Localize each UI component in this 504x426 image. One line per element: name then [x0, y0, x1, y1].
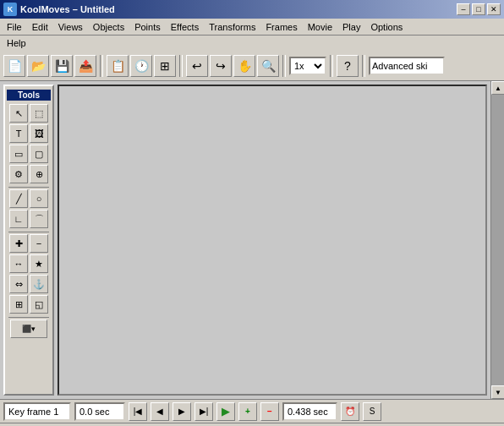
- menu-bar: FileEditViewsObjectsPointsEffectsTransfo…: [0, 19, 504, 36]
- prev-frame-button[interactable]: ◀: [151, 402, 169, 421]
- vertical-scrollbar[interactable]: ▲ ▼: [490, 81, 504, 399]
- redo-button[interactable]: ↪: [210, 55, 232, 77]
- menu-item-effects[interactable]: Effects: [166, 20, 204, 34]
- tool-row-1: ↖ ⬚: [9, 104, 48, 123]
- status-bar: Mouse: (-277, -298) Selection: (186.0, 3…: [0, 423, 504, 426]
- tool-row-5: ╱ ○: [9, 189, 48, 208]
- copy-button[interactable]: 📋: [107, 55, 129, 77]
- flip-h-tool[interactable]: ↔: [9, 254, 28, 273]
- pan-button[interactable]: ✋: [233, 55, 255, 77]
- view-button[interactable]: ⊞: [154, 55, 176, 77]
- tool-row-9: ⇔ ⚓: [9, 275, 48, 293]
- round-rect-tool[interactable]: ▢: [30, 145, 48, 163]
- main-area: Tools ↖ ⬚ T 🖼 ▭ ▢ ⚙ ⊕ ╱ ○ ∟ ⌒ ✚ −: [0, 81, 504, 399]
- go-start-button[interactable]: |◀: [129, 402, 147, 421]
- save-button[interactable]: 💾: [51, 55, 73, 77]
- bottom-bar: |◀ ◀ ▶ ▶| ▶ + − ⏰ S: [0, 399, 504, 423]
- title-controls: – □ ✕: [457, 3, 501, 15]
- add-point-tool[interactable]: ✚: [9, 234, 28, 253]
- transform-tool[interactable]: ⊕: [30, 165, 48, 183]
- help-menu-item[interactable]: Help: [3, 37, 30, 49]
- remove-frame-button[interactable]: −: [260, 402, 279, 421]
- tool-row-4: ⚙ ⊕: [9, 165, 48, 183]
- anchor-tool[interactable]: ⚓: [30, 275, 48, 293]
- tool-divider-1: [8, 187, 49, 188]
- image-tool[interactable]: 🖼: [30, 124, 48, 143]
- ellipse-tool[interactable]: ○: [30, 189, 48, 208]
- marquee-tool[interactable]: ⬚: [30, 104, 48, 123]
- corner-tool[interactable]: ◱: [30, 295, 48, 314]
- menu-item-movie[interactable]: Movie: [303, 20, 337, 34]
- menu-item-transforms[interactable]: Transforms: [204, 20, 260, 34]
- toolbar: 📄 📂 💾 📤 📋 🕐 ⊞ ↩ ↪ ✋ 🔍 0.5x 1x 2x 4x ?: [0, 51, 504, 81]
- spin-tool[interactable]: ⚙: [9, 165, 28, 183]
- keyframe-field[interactable]: [3, 402, 71, 421]
- new-button[interactable]: 📄: [3, 55, 25, 77]
- scroll-right-button[interactable]: S: [363, 402, 381, 421]
- toolbar-separator-4: [330, 55, 333, 77]
- toolbar-separator-3: [282, 55, 286, 77]
- help-bar: Help: [0, 36, 504, 51]
- scroll-track[interactable]: [491, 95, 504, 385]
- title-bar-left: K KoolMoves – Untitled: [3, 3, 115, 16]
- menu-item-edit[interactable]: Edit: [27, 20, 53, 34]
- toolbar-separator-2: [179, 55, 183, 77]
- tools-panel: Tools ↖ ⬚ T 🖼 ▭ ▢ ⚙ ⊕ ╱ ○ ∟ ⌒ ✚ −: [3, 85, 54, 396]
- tools-title: Tools: [7, 90, 51, 101]
- app-icon: K: [3, 3, 17, 16]
- title-text: KoolMoves – Untitled: [20, 4, 115, 14]
- move-lr-tool[interactable]: ⇔: [9, 275, 28, 293]
- open-button[interactable]: 📂: [27, 55, 49, 77]
- tool-row-8: ↔ ★: [9, 254, 48, 273]
- menu-item-play[interactable]: Play: [337, 20, 365, 34]
- time-button[interactable]: 🕐: [130, 55, 152, 77]
- menu-item-points[interactable]: Points: [129, 20, 166, 34]
- curve-tool[interactable]: ⌒: [30, 210, 48, 228]
- undo-button[interactable]: ↩: [186, 55, 208, 77]
- menu-item-objects[interactable]: Objects: [88, 20, 129, 34]
- scroll-down-button[interactable]: ▼: [491, 385, 504, 399]
- toolbar-separator-1: [100, 55, 103, 77]
- zoom-button[interactable]: 🔍: [257, 55, 279, 77]
- tool-row-2: T 🖼: [9, 124, 48, 143]
- line-tool[interactable]: ╱: [9, 189, 28, 208]
- time-field[interactable]: [74, 402, 125, 421]
- scroll-up-button[interactable]: ▲: [491, 81, 504, 95]
- star-tool[interactable]: ★: [30, 254, 48, 273]
- tool-row-10: ⊞ ◱: [9, 295, 48, 314]
- text-tool[interactable]: T: [9, 124, 28, 143]
- tool-row-3: ▭ ▢: [9, 145, 48, 163]
- help-button[interactable]: ?: [337, 55, 359, 77]
- menu-item-frames[interactable]: Frames: [260, 20, 302, 34]
- close-button[interactable]: ✕: [487, 3, 501, 15]
- export-button[interactable]: 📤: [74, 55, 96, 77]
- menu-item-options[interactable]: Options: [365, 20, 408, 34]
- advanced-field[interactable]: [369, 57, 445, 75]
- bottom-anchor-tool[interactable]: ⊞: [9, 295, 28, 314]
- clock-button[interactable]: ⏰: [341, 402, 359, 421]
- zoom-select[interactable]: 0.5x 1x 2x 4x: [289, 57, 326, 75]
- end-time-field[interactable]: [282, 402, 337, 421]
- minimize-button[interactable]: –: [457, 3, 470, 15]
- remove-point-tool[interactable]: −: [30, 234, 48, 253]
- special-tool[interactable]: ⬛▾: [10, 320, 47, 338]
- add-frame-button[interactable]: +: [238, 402, 257, 421]
- go-end-button[interactable]: ▶|: [194, 402, 213, 421]
- tool-divider-3: [8, 317, 49, 318]
- angle-tool[interactable]: ∟: [9, 210, 28, 228]
- canvas-area[interactable]: [58, 85, 487, 396]
- toolbar-separator-5: [362, 55, 365, 77]
- title-bar: K KoolMoves – Untitled – □ ✕: [0, 0, 504, 19]
- maximize-button[interactable]: □: [472, 3, 485, 15]
- next-frame-button[interactable]: ▶: [173, 402, 191, 421]
- arrow-tool[interactable]: ↖: [9, 104, 28, 123]
- tool-row-6: ∟ ⌒: [9, 210, 48, 228]
- rect-tool[interactable]: ▭: [9, 145, 28, 163]
- menu-item-file[interactable]: File: [2, 20, 27, 34]
- tool-row-11: ⬛▾: [10, 320, 47, 338]
- play-button[interactable]: ▶: [216, 402, 235, 421]
- tool-divider-2: [8, 232, 49, 232]
- tool-row-7: ✚ −: [9, 234, 48, 253]
- menu-item-views[interactable]: Views: [53, 20, 88, 34]
